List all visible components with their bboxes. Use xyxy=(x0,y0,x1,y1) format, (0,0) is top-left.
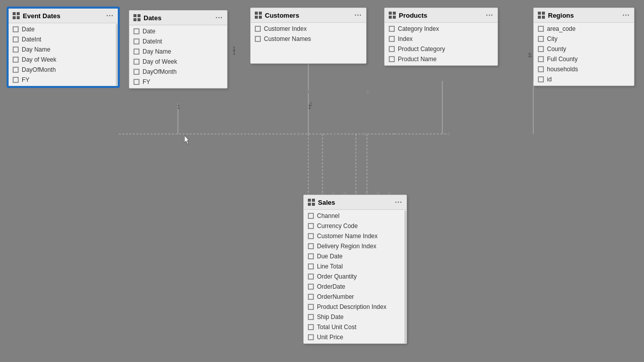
table-dates[interactable]: Dates ··· Date DateInt Day Name Day of W… xyxy=(129,10,227,88)
field-icon xyxy=(133,69,140,75)
field-icon xyxy=(308,274,314,280)
svg-marker-9 xyxy=(364,132,368,136)
svg-rect-90 xyxy=(308,254,313,259)
svg-rect-86 xyxy=(308,213,313,218)
field-row: Day Name xyxy=(9,44,118,55)
svg-rect-96 xyxy=(308,314,313,320)
table-header-customers: Customers ··· xyxy=(251,8,366,23)
svg-text:1: 1 xyxy=(528,52,531,58)
field-icon xyxy=(133,79,140,85)
field-icon xyxy=(13,77,19,83)
svg-rect-78 xyxy=(538,47,543,52)
field-icon xyxy=(538,56,544,62)
table-menu-button[interactable]: ··· xyxy=(354,11,362,19)
table-title: Event Dates xyxy=(23,12,60,20)
svg-rect-43 xyxy=(13,37,18,42)
table-grid-icon xyxy=(308,199,315,206)
svg-rect-54 xyxy=(134,49,139,54)
svg-rect-39 xyxy=(17,12,20,15)
field-icon xyxy=(538,36,544,42)
svg-rect-46 xyxy=(13,67,18,72)
field-icon xyxy=(13,36,19,42)
field-icon xyxy=(308,233,314,239)
svg-rect-45 xyxy=(13,57,18,62)
table-header-regions: Regions ··· xyxy=(534,8,634,23)
table-event-dates[interactable]: Event Dates ··· Date DateInt Day Name Da… xyxy=(8,8,119,87)
field-row: households xyxy=(534,64,634,74)
table-products[interactable]: Products ··· Category Index Index Produc… xyxy=(384,8,498,66)
table-title: Regions xyxy=(548,12,574,19)
svg-rect-92 xyxy=(308,274,313,279)
svg-rect-61 xyxy=(259,16,262,19)
svg-rect-65 xyxy=(393,12,396,15)
table-body-event-dates: Date DateInt Day Name Day of Week DayOfM… xyxy=(9,23,118,86)
table-header-sales: Sales ··· xyxy=(304,195,406,210)
table-menu-button[interactable]: ··· xyxy=(106,12,114,20)
table-customers[interactable]: Customers ··· Customer Index Customer Na… xyxy=(250,8,366,64)
field-icon xyxy=(389,46,395,52)
table-sales[interactable]: Sales ··· Channel Currency Code Customer… xyxy=(303,195,407,344)
svg-text:1: 1 xyxy=(233,50,236,56)
field-icon xyxy=(133,38,140,44)
svg-rect-87 xyxy=(308,223,313,229)
svg-rect-53 xyxy=(134,39,139,44)
svg-rect-44 xyxy=(13,47,18,52)
field-icon xyxy=(308,304,314,310)
field-row: Date xyxy=(129,26,227,36)
table-menu-button[interactable]: ··· xyxy=(395,198,402,206)
svg-rect-47 xyxy=(13,77,18,82)
field-row: Due Date xyxy=(304,251,406,261)
svg-rect-95 xyxy=(308,304,313,309)
svg-rect-49 xyxy=(137,14,141,17)
field-icon xyxy=(308,314,314,320)
table-grid-icon xyxy=(255,12,262,19)
svg-rect-74 xyxy=(538,16,541,19)
svg-rect-80 xyxy=(538,67,543,72)
table-menu-button[interactable]: ··· xyxy=(622,11,630,19)
field-row: Index xyxy=(385,34,497,44)
svg-text:1: 1 xyxy=(233,46,236,52)
table-grid-icon xyxy=(389,12,396,19)
table-menu-button[interactable]: ··· xyxy=(215,14,223,22)
svg-text:1: 1 xyxy=(529,52,532,58)
svg-marker-6 xyxy=(230,132,234,136)
field-icon xyxy=(538,26,544,32)
svg-rect-62 xyxy=(255,26,260,31)
table-title: Dates xyxy=(144,14,161,22)
table-menu-button[interactable]: ··· xyxy=(486,11,493,19)
svg-rect-84 xyxy=(308,203,311,206)
field-row: Day Name xyxy=(129,47,227,57)
field-icon xyxy=(13,47,19,53)
svg-rect-97 xyxy=(308,325,313,330)
svg-rect-81 xyxy=(538,77,543,82)
scrollbar[interactable] xyxy=(404,210,406,343)
field-row: id xyxy=(534,74,634,84)
field-icon xyxy=(308,213,314,219)
table-title: Sales xyxy=(318,199,335,206)
field-icon xyxy=(389,56,395,62)
table-body-sales: Channel Currency Code Customer Name Inde… xyxy=(304,210,406,343)
svg-rect-93 xyxy=(308,284,313,289)
svg-rect-94 xyxy=(308,294,313,299)
svg-rect-82 xyxy=(308,199,311,202)
svg-marker-37 xyxy=(366,89,371,94)
field-row: OrderNumber xyxy=(304,292,406,302)
svg-rect-83 xyxy=(312,199,315,202)
field-icon xyxy=(255,26,261,32)
field-icon xyxy=(133,49,140,55)
svg-rect-75 xyxy=(542,16,545,19)
svg-rect-98 xyxy=(308,335,313,340)
table-title: Customers xyxy=(265,12,299,19)
svg-rect-41 xyxy=(17,16,20,19)
table-regions[interactable]: Regions ··· area_code City County Full C… xyxy=(533,8,634,86)
field-row: Day of Week xyxy=(9,55,118,65)
table-header-dates: Dates ··· xyxy=(129,11,227,25)
field-icon xyxy=(538,76,544,82)
field-row: Customer Index xyxy=(251,24,366,34)
field-icon xyxy=(308,263,314,269)
field-row: Date xyxy=(9,24,118,34)
field-row: City xyxy=(534,34,634,44)
field-icon xyxy=(133,28,140,34)
svg-rect-76 xyxy=(538,26,543,31)
scrollbar[interactable] xyxy=(116,24,118,86)
